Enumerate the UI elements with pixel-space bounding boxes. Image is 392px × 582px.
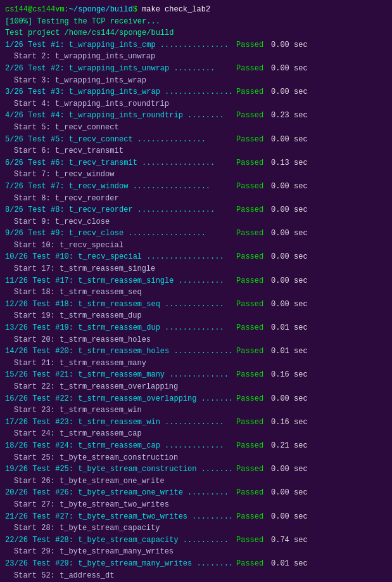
test-passed-badge: Passed (236, 322, 271, 334)
test-timing: 0.21 sec (271, 440, 308, 452)
test-passed-badge: Passed (236, 463, 271, 475)
prompt-line: cs144@cs144vm:~/sponge/build$ make check… (5, 4, 387, 16)
test-timing: 0.01 sec (271, 346, 308, 358)
test-line: 22/26 Test #28: t_byte_stream_capacity .… (5, 534, 387, 546)
test-line: 18/26 Test #24: t_strm_reassem_cap .....… (5, 440, 387, 452)
test-label: 21/26 Test #27: t_byte_stream_two_writes… (5, 511, 236, 523)
test-passed-badge: Passed (236, 534, 271, 546)
prompt-user: cs144@cs144vm: (5, 5, 69, 14)
test-label: 17/26 Test #23: t_strm_reassem_win .....… (5, 417, 236, 429)
start-line: Start 6: t_recv_transmit (5, 145, 387, 157)
prompt-path: ~/sponge/build (69, 5, 133, 14)
info-line-2: Test project /home/cs144/sponge/build (5, 27, 387, 39)
test-label: 8/26 Test #8: t_recv_reorder ...........… (5, 204, 236, 216)
test-passed-badge: Passed (236, 299, 271, 311)
test-label: 22/26 Test #28: t_byte_stream_capacity .… (5, 534, 236, 546)
test-line: 12/26 Test #18: t_strm_reassem_seq .....… (5, 299, 387, 311)
test-line: 13/26 Test #19: t_strm_reassem_dup .....… (5, 322, 387, 334)
test-label: 23/26 Test #29: t_byte_stream_many_write… (5, 558, 236, 570)
start-line: Start 27: t_byte_stream_two_writes (5, 499, 387, 511)
test-line: 15/26 Test #21: t_strm_reassem_many ....… (5, 369, 387, 381)
start-line: Start 9: t_recv_close (5, 216, 387, 228)
start-line: Start 18: t_strm_reassem_seq (5, 287, 387, 299)
test-line: 21/26 Test #27: t_byte_stream_two_writes… (5, 511, 387, 523)
test-passed-badge: Passed (236, 393, 271, 405)
test-passed-badge: Passed (236, 440, 271, 452)
prompt-command: make check_lab2 (142, 5, 210, 14)
test-passed-badge: Passed (236, 346, 271, 358)
test-passed-badge: Passed (236, 39, 271, 51)
test-timing: 0.00 sec (271, 275, 308, 287)
test-passed-badge: Passed (236, 251, 271, 263)
test-label: 19/26 Test #25: t_byte_stream_constructi… (5, 463, 236, 475)
test-timing: 0.23 sec (271, 110, 308, 122)
test-label: 13/26 Test #19: t_strm_reassem_dup .....… (5, 322, 236, 334)
start-line: Start 7: t_recv_window (5, 169, 387, 181)
info-line-1: [100%] Testing the TCP receiver... (5, 16, 387, 28)
start-line: Start 52: t_address_dt (5, 570, 387, 582)
start-line: Start 28: t_byte_stream_capacity (5, 522, 387, 534)
test-passed-badge: Passed (236, 157, 271, 169)
test-timing: 0.13 sec (271, 157, 308, 169)
test-line: 23/26 Test #29: t_byte_stream_many_write… (5, 558, 387, 570)
test-line: 7/26 Test #7: t_recv_window ............… (5, 181, 387, 193)
test-label: 10/26 Test #10: t_recv_special .........… (5, 251, 236, 263)
test-line: 8/26 Test #8: t_recv_reorder ...........… (5, 204, 387, 216)
test-passed-badge: Passed (236, 369, 271, 381)
test-line: 11/26 Test #17: t_strm_reassem_single ..… (5, 275, 387, 287)
start-line: Start 23: t_strm_reassem_win (5, 404, 387, 417)
test-timing: 0.01 sec (271, 558, 308, 570)
test-line: 5/26 Test #5: t_recv_connect ...........… (5, 134, 387, 146)
test-timing: 0.00 sec (271, 228, 308, 240)
start-line: Start 26: t_byte_stream_one_write (5, 475, 387, 488)
start-line: Start 25: t_byte_stream_construction (5, 452, 387, 464)
test-passed-badge: Passed (236, 204, 271, 216)
start-line: Start 21: t_strm_reassem_many (5, 358, 387, 370)
test-timing: 0.16 sec (271, 417, 308, 429)
test-label: 15/26 Test #21: t_strm_reassem_many ....… (5, 369, 236, 381)
test-passed-badge: Passed (236, 417, 271, 429)
test-label: 2/26 Test #2: t_wrapping_ints_unwrap ...… (5, 63, 236, 75)
test-label: 6/26 Test #6: t_recv_transmit ..........… (5, 157, 236, 169)
test-label: 16/26 Test #22: t_strm_reassem_overlappi… (5, 393, 236, 405)
test-timing: 0.00 sec (271, 393, 308, 405)
test-label: 12/26 Test #18: t_strm_reassem_seq .....… (5, 299, 236, 311)
start-line: Start 17: t_strm_reassem_single (5, 263, 387, 275)
test-line: 2/26 Test #2: t_wrapping_ints_unwrap ...… (5, 63, 387, 75)
test-timing: 0.00 sec (271, 86, 308, 98)
test-label: 7/26 Test #7: t_recv_window ............… (5, 181, 236, 193)
test-line: 14/26 Test #20: t_strm_reassem_holes ...… (5, 346, 387, 358)
test-list: 1/26 Test #1: t_wrapping_ints_cmp ......… (5, 39, 387, 582)
test-timing: 0.00 sec (271, 299, 308, 311)
test-line: 6/26 Test #6: t_recv_transmit ..........… (5, 157, 387, 169)
start-line: Start 24: t_strm_reassem_cap (5, 428, 387, 440)
test-line: 17/26 Test #23: t_strm_reassem_win .....… (5, 417, 387, 429)
test-timing: 0.00 sec (271, 487, 308, 499)
test-timing: 0.74 sec (271, 534, 308, 546)
test-timing: 0.16 sec (271, 369, 308, 381)
start-line: Start 29: t_byte_stream_many_writes (5, 546, 387, 558)
start-line: Start 3: t_wrapping_ints_wrap (5, 75, 387, 87)
test-line: 19/26 Test #25: t_byte_stream_constructi… (5, 463, 387, 475)
start-line: Start 2: t_wrapping_ints_unwrap (5, 51, 387, 63)
test-passed-badge: Passed (236, 63, 271, 75)
test-timing: 0.00 sec (271, 204, 308, 216)
test-passed-badge: Passed (236, 134, 271, 146)
test-timing: 0.00 sec (271, 251, 308, 263)
test-line: 9/26 Test #9: t_recv_close .............… (5, 228, 387, 240)
test-passed-badge: Passed (236, 558, 271, 570)
test-line: 4/26 Test #4: t_wrapping_ints_roundtrip … (5, 110, 387, 122)
test-timing: 0.00 sec (271, 181, 308, 193)
test-passed-badge: Passed (236, 86, 271, 98)
test-label: 5/26 Test #5: t_recv_connect ...........… (5, 134, 236, 146)
test-line: 1/26 Test #1: t_wrapping_ints_cmp ......… (5, 39, 387, 51)
test-label: 3/26 Test #3: t_wrapping_ints_wrap .....… (5, 86, 236, 98)
test-label: 9/26 Test #9: t_recv_close .............… (5, 228, 236, 240)
test-passed-badge: Passed (236, 487, 271, 499)
test-timing: 0.00 sec (271, 39, 308, 51)
test-line: 16/26 Test #22: t_strm_reassem_overlappi… (5, 393, 387, 405)
test-line: 20/26 Test #26: t_byte_stream_one_write … (5, 487, 387, 499)
terminal-window: cs144@cs144vm:~/sponge/build$ make check… (5, 4, 387, 582)
start-line: Start 8: t_recv_reorder (5, 193, 387, 205)
test-label: 18/26 Test #24: t_strm_reassem_cap .....… (5, 440, 236, 452)
